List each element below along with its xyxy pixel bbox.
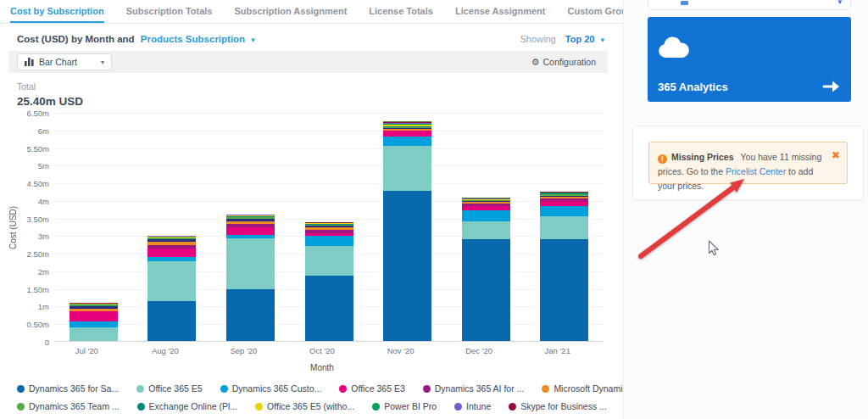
x-axis-title: Month	[47, 363, 597, 372]
legend-label: Exchange Online (Pl...	[149, 401, 237, 411]
plot-area	[54, 113, 604, 342]
legend-item[interactable]: Office 365 E5 (witho...	[255, 401, 354, 411]
legend-label: Office 365 E5	[148, 383, 202, 394]
tab-cost-by-subscription[interactable]: Cost by Subscription	[10, 0, 104, 23]
x-tick-label: Aug '20	[126, 346, 205, 355]
y-axis-ticks: 6.50m6m5.50m5m4.50m4m3.50m3m2.50m2m1.50m…	[19, 113, 54, 342]
stacked-bar-sep-20[interactable]	[226, 215, 275, 341]
arrow-right-icon[interactable]	[822, 80, 841, 93]
bar-segment[interactable]	[70, 311, 118, 321]
bar-segment[interactable]	[540, 239, 588, 341]
chevron-down-icon[interactable]: ▾	[600, 36, 604, 44]
legend-item[interactable]: Intune	[454, 401, 491, 411]
stacked-bar-dec-20[interactable]	[462, 198, 510, 341]
stacked-bar-jul-20[interactable]	[70, 303, 118, 341]
y-tick-label: 3m	[38, 232, 49, 241]
legend-label: Office 365 E3	[351, 383, 404, 394]
legend-label: Dynamics 365 Team ...	[29, 401, 120, 411]
bar-segment[interactable]	[383, 191, 431, 341]
bar-segment[interactable]	[147, 261, 196, 301]
tab-subscription-totals[interactable]: Subscription Totals	[126, 0, 213, 23]
legend-label: Skype for Business ...	[520, 401, 607, 411]
bar-segment[interactable]	[305, 236, 353, 246]
bar-segment[interactable]	[383, 137, 431, 147]
bar-segment[interactable]	[540, 216, 588, 239]
legend-swatch-icon	[454, 403, 462, 411]
bar-segment[interactable]	[462, 239, 510, 341]
bar-chart-icon	[25, 58, 34, 66]
legend-swatch-icon	[220, 385, 228, 393]
bar-slot	[133, 113, 212, 341]
legend-swatch-icon	[423, 385, 431, 393]
y-axis-title: Cost (USD)	[7, 113, 19, 342]
y-tick-label: 2m	[38, 266, 49, 276]
y-tick-label: 5m	[38, 161, 49, 170]
configuration-button[interactable]: ⚙ Configuration	[531, 57, 596, 68]
legend-item[interactable]: Exchange Online (Pl...	[137, 401, 237, 411]
bar-segment[interactable]	[462, 221, 510, 239]
top-n-selector[interactable]: Top 20	[565, 34, 595, 44]
legend-label: Dynamics 365 Custo...	[232, 383, 322, 394]
legend-item[interactable]: Dynamics 365 Custo...	[220, 383, 322, 394]
stacked-bar-jan-21[interactable]	[540, 192, 588, 341]
bar-slot	[290, 113, 369, 341]
legend-swatch-icon	[339, 385, 347, 393]
bar-segment[interactable]	[70, 321, 118, 327]
legend-label: Dynamics 365 AI for ...	[435, 383, 525, 394]
legend-item[interactable]: Dynamics 365 for Sa...	[17, 383, 119, 394]
warning-icon: !	[658, 154, 667, 164]
chevron-down-icon: ▾	[101, 59, 104, 66]
legend-item[interactable]: Power BI Pro	[372, 401, 437, 411]
y-tick-label: 6m	[38, 126, 49, 135]
tab-license-totals[interactable]: License Totals	[369, 0, 433, 23]
cloud-icon	[656, 36, 690, 59]
pricelist-center-link[interactable]: Pricelist Center	[726, 166, 786, 176]
close-icon[interactable]: ✖	[832, 148, 840, 164]
legend-item[interactable]: Dynamics 365 Team ...	[17, 401, 120, 411]
stacked-bar-aug-20[interactable]	[147, 236, 196, 342]
legend-item[interactable]: Skype for Business ...	[509, 401, 607, 411]
dimension-selector[interactable]: Products Subscription	[141, 34, 245, 44]
stacked-bar-nov-20[interactable]	[383, 121, 431, 341]
chart-title: Cost (USD) by Month and Products Subscri…	[17, 34, 255, 44]
legend-item[interactable]: Office 365 E5	[136, 383, 202, 394]
chart-header: Cost (USD) by Month and Products Subscri…	[0, 24, 608, 51]
alert-title: Missing Prices	[671, 152, 734, 162]
bar-segment[interactable]	[226, 238, 275, 289]
y-tick-label: 1.50m	[27, 284, 49, 293]
y-tick-label: 0	[45, 338, 49, 347]
chart-type-select[interactable]: Bar Chart ▾	[17, 53, 112, 70]
bar-segment[interactable]	[226, 289, 275, 341]
legend-swatch-icon	[372, 403, 380, 411]
legend-item[interactable]: Office 365 E3	[339, 383, 404, 394]
bar-segment[interactable]	[383, 146, 431, 191]
y-tick-label: 6.50m	[27, 109, 49, 118]
bar-slot	[211, 113, 290, 341]
y-tick-label: 2.50m	[27, 249, 49, 259]
gear-icon: ⚙	[531, 57, 540, 68]
showing-label: Showing	[520, 34, 556, 44]
x-axis-ticks: Jul '20Aug '20Sep '20Oct '20Nov '20Dec '…	[47, 346, 597, 355]
bar-segment[interactable]	[540, 206, 588, 216]
bar-slot	[525, 113, 604, 341]
x-tick-label: Dec '20	[440, 346, 519, 355]
stacked-bar-oct-20[interactable]	[305, 222, 353, 341]
legend-swatch-icon	[17, 385, 25, 393]
y-tick-label: 3.50m	[27, 214, 49, 223]
bar-segment[interactable]	[226, 227, 275, 234]
bar-segment[interactable]	[70, 327, 118, 341]
bar-segment[interactable]	[305, 246, 353, 275]
collapsed-card-partial[interactable]: ▾	[648, 0, 851, 10]
tab-license-assignment[interactable]: License Assignment	[455, 0, 546, 23]
chevron-down-icon[interactable]: ▾	[251, 36, 255, 44]
analytics-card[interactable]: 365 Analytics	[648, 17, 851, 102]
legend-item[interactable]: Dynamics 365 AI for ...	[423, 383, 525, 394]
tab-subscription-assignment[interactable]: Subscription Assignment	[234, 0, 347, 23]
legend-label: Office 365 E5 (witho...	[267, 401, 354, 411]
bar-slot	[447, 113, 526, 341]
bar-segment[interactable]	[147, 249, 196, 257]
bar-segment[interactable]	[462, 210, 510, 221]
bar-segment[interactable]	[147, 301, 196, 341]
bar-segment[interactable]	[305, 276, 353, 341]
bar-segment[interactable]	[383, 131, 431, 137]
